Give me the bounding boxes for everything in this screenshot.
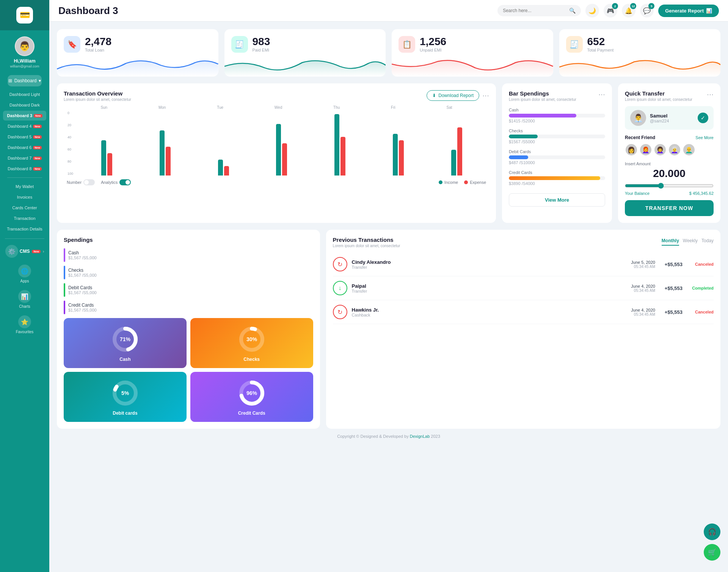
sidebar-icon-section: ⚙️ CMS New › 🌐 Apps 📊 Charts ⭐ Favourite… bbox=[0, 242, 49, 337]
quick-transfer-card: Quick Transfer Lorem ipsum dolor sit ame… bbox=[618, 83, 720, 223]
sidebar-item-cards[interactable]: Cards Center bbox=[3, 203, 46, 213]
star-icon: ⭐ bbox=[18, 315, 31, 328]
sidebar-item-dashboard7[interactable]: Dashboard 7 New bbox=[3, 153, 46, 163]
tab-today[interactable]: Today bbox=[701, 237, 714, 246]
cash-track bbox=[509, 114, 605, 118]
bar-tue-income bbox=[218, 160, 223, 176]
moon-icon-btn[interactable]: 🌙 bbox=[585, 4, 599, 17]
bar-chart-day-labels: Sun Mon Tue Wed Thu Fri Sat bbox=[64, 105, 489, 110]
svg-text:30%: 30% bbox=[246, 336, 257, 342]
cart-fab[interactable]: 🛒 bbox=[704, 544, 720, 561]
download-icon: ⬇ bbox=[432, 93, 436, 98]
badge-new-4: New bbox=[33, 125, 41, 128]
content-area: 🔖 2,478 Total Loan 🧾 bbox=[49, 22, 728, 572]
transaction-overview-card: Transaction Overview Lorem ipsum dolor s… bbox=[57, 83, 496, 223]
tab-monthly[interactable]: Monthly bbox=[662, 237, 679, 246]
checks-fill bbox=[509, 135, 538, 138]
sidebar-item-dashboard3[interactable]: Dashboard 3 New bbox=[3, 111, 46, 121]
gear-icon: ⚙️ bbox=[5, 245, 18, 258]
transaction-overview-actions: ⬇ Download Report ⋯ bbox=[427, 90, 489, 101]
gamepad-icon-btn[interactable]: 🎮 2 bbox=[604, 4, 617, 17]
sidebar-item-dashboard-light[interactable]: Dashboard Light bbox=[3, 89, 46, 99]
number-toggle[interactable] bbox=[83, 179, 95, 185]
table-row: ↻ Hawkins Jr. Cashback June 4, 2020 05:3… bbox=[333, 300, 714, 324]
sidebar-item-transaction[interactable]: Transaction bbox=[3, 213, 46, 223]
credit-amounts: $3890 /S4000 bbox=[509, 181, 605, 186]
total-loan-icon: 🔖 bbox=[64, 36, 80, 53]
unpaid-emi-chart bbox=[392, 56, 553, 77]
sidebar-item-dashboard8[interactable]: Dashboard 8 New bbox=[3, 164, 46, 174]
topbar: Dashboard 3 🔍 🌙 🎮 2 🔔 12 💬 5 Generate Re… bbox=[49, 0, 728, 22]
bar-spendings-more-button[interactable]: ⋯ bbox=[598, 90, 605, 99]
sidebar-profile: 👨 Hi,William william@gmail.com bbox=[10, 30, 39, 72]
bell-icon-btn[interactable]: 🔔 12 bbox=[622, 4, 635, 17]
quick-transfer-more-button[interactable]: ⋯ bbox=[707, 90, 714, 99]
friend-avatar-2[interactable]: 👩‍🦰 bbox=[639, 143, 652, 156]
sidebar-item-mywallet[interactable]: My Wallet bbox=[3, 182, 46, 191]
total-payment-value: 652 bbox=[587, 36, 614, 47]
footer: Copyright © Designed & Developed by Dexi… bbox=[57, 429, 720, 444]
sidebar-item-dashboard4[interactable]: Dashboard 4 New bbox=[3, 121, 46, 131]
arrow-right-icon: › bbox=[43, 249, 44, 254]
amount-slider[interactable] bbox=[625, 183, 714, 189]
apps-icon: 🌐 bbox=[18, 265, 31, 277]
debit-fill bbox=[509, 155, 528, 159]
bell-badge: 12 bbox=[630, 3, 636, 9]
dashboard-grid-icon: ⊞ bbox=[8, 78, 12, 83]
sidebar-item-invoices[interactable]: Invoices bbox=[3, 192, 46, 202]
prev-transactions-card: Previous Transactions Lorem ipsum dolor … bbox=[326, 230, 720, 429]
generate-report-button[interactable]: Generate Report 📊 bbox=[658, 5, 719, 17]
balance-value: $ 456,345.62 bbox=[689, 191, 714, 196]
y-axis: 100 80 60 40 20 0 bbox=[67, 111, 78, 176]
sidebar-nav: Dashboard Light Dashboard Dark Dashboard… bbox=[0, 89, 49, 234]
transfer-now-button[interactable]: TRANSFER NOW bbox=[625, 200, 714, 216]
sidebar-item-cms[interactable]: ⚙️ CMS New › bbox=[3, 242, 46, 261]
sidebar-item-favourites[interactable]: ⭐ Favourites bbox=[3, 312, 46, 337]
total-payment-label: Total Payment bbox=[587, 48, 614, 52]
bars-group bbox=[78, 111, 485, 176]
sidebar-item-charts[interactable]: 📊 Charts bbox=[3, 287, 46, 312]
bar-tue-expense bbox=[224, 166, 229, 176]
friend-avatar-1[interactable]: 👩 bbox=[625, 143, 638, 156]
search-input[interactable] bbox=[503, 8, 566, 13]
spending-debit-row: Debit Cards $487 /S10000 bbox=[509, 149, 605, 165]
donut-checks: 30% Checks bbox=[190, 318, 313, 368]
day-bars-thu bbox=[334, 114, 345, 176]
gamepad-badge: 2 bbox=[612, 3, 618, 9]
search-box[interactable]: 🔍 bbox=[497, 5, 581, 16]
sidebar-item-apps[interactable]: 🌐 Apps bbox=[3, 262, 46, 286]
sidebar-dashboard-toggle[interactable]: ⊞ Dashboard ▾ bbox=[8, 75, 42, 86]
analytics-toggle[interactable] bbox=[119, 179, 131, 185]
day-bars-fri bbox=[393, 134, 404, 176]
sidebar-item-dashboard5[interactable]: Dashboard 5 New bbox=[3, 132, 46, 142]
support-fab[interactable]: 🎧 bbox=[704, 523, 720, 540]
sidebar-item-dashboard6[interactable]: Dashboard 6 New bbox=[3, 143, 46, 152]
sidebar-item-dashboard-dark[interactable]: Dashboard Dark bbox=[3, 100, 46, 110]
friend-avatar-4[interactable]: 👩‍🦳 bbox=[668, 143, 681, 156]
bar-fri-income bbox=[393, 134, 398, 176]
transfer-user-name: Samuel bbox=[650, 113, 669, 119]
sidebar-logo: 💳 bbox=[0, 0, 49, 30]
total-loan-label: Total Loan bbox=[85, 48, 111, 52]
friend-avatar-5[interactable]: 👨‍🦲 bbox=[682, 143, 695, 156]
badge-new-8: New bbox=[33, 167, 41, 171]
table-row: ↻ Cindy Alexandro Transfer June 5, 2020 … bbox=[333, 252, 714, 276]
amount-value: 20.000 bbox=[625, 168, 714, 180]
sidebar-item-transaction-details[interactable]: Transaction Details bbox=[3, 224, 46, 234]
charts-icon: 📊 bbox=[18, 290, 31, 303]
bar-sat-income bbox=[451, 150, 456, 176]
badge-new-3: New bbox=[34, 114, 42, 118]
see-more-link[interactable]: See More bbox=[695, 135, 714, 140]
sidebar-logo-icon: 💳 bbox=[16, 7, 33, 24]
quick-transfer-header: Quick Transfer Lorem ipsum dolor sit ame… bbox=[625, 90, 714, 102]
tab-weekly[interactable]: Weekly bbox=[683, 237, 698, 246]
chat-icon-btn[interactable]: 💬 5 bbox=[640, 4, 654, 17]
more-options-button[interactable]: ⋯ bbox=[482, 91, 489, 100]
total-payment-icon: 🧾 bbox=[566, 36, 583, 53]
friend-avatar-3[interactable]: 👩‍🦱 bbox=[654, 143, 667, 156]
download-report-button[interactable]: ⬇ Download Report bbox=[427, 90, 479, 101]
view-more-button[interactable]: View More bbox=[509, 193, 605, 207]
transactions-tabs: Monthly Weekly Today bbox=[662, 237, 714, 246]
footer-brand-link[interactable]: DexignLab bbox=[410, 434, 430, 439]
chat-badge: 5 bbox=[648, 3, 654, 9]
